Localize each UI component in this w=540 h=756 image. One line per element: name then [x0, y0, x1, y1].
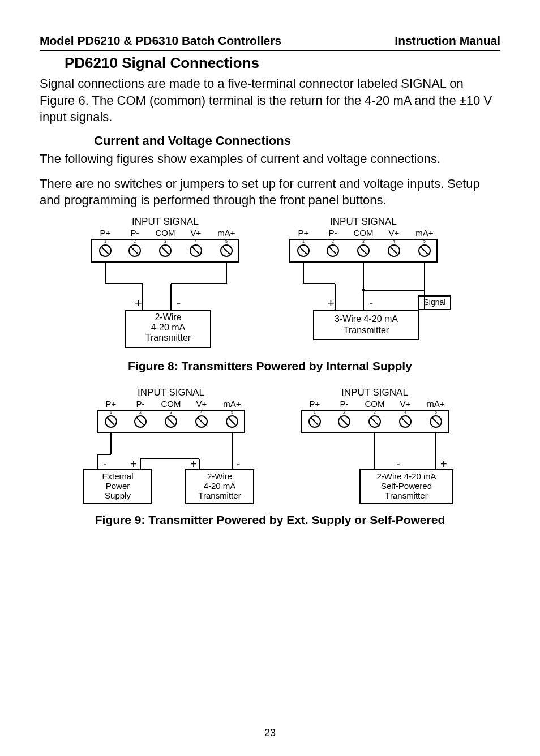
svg-text:3: 3: [374, 410, 376, 414]
fig8-right-diagram: INPUT SIGNAL P+ P- COM V+ mA+ 1 2 3 4 5 …: [278, 217, 460, 353]
svg-line-45: [329, 247, 336, 254]
title: INPUT SIGNAL: [132, 217, 199, 227]
svg-text:P+: P+: [106, 399, 117, 409]
svg-text:+: +: [440, 458, 447, 470]
svg-text:5: 5: [231, 410, 233, 414]
svg-text:COM: COM: [354, 228, 374, 238]
header-doc: Instruction Manual: [395, 34, 500, 48]
svg-text:External: External: [102, 471, 133, 481]
svg-text:P+: P+: [100, 228, 111, 238]
svg-line-79: [108, 418, 114, 425]
svg-line-85: [168, 418, 174, 425]
svg-text:COM: COM: [161, 399, 181, 409]
svg-text:INPUT SIGNAL: INPUT SIGNAL: [138, 388, 204, 398]
svg-text:4: 4: [200, 410, 203, 414]
svg-text:P-: P-: [329, 228, 337, 238]
svg-text:P+: P+: [310, 399, 320, 409]
svg-text:4: 4: [393, 239, 395, 243]
svg-text:Supply: Supply: [105, 491, 131, 500]
figure-8-row: INPUT SIGNAL P+ P- COM V+ mA+ 1 2 3 4 5 …: [40, 217, 500, 353]
svg-text:2-Wire: 2-Wire: [207, 471, 232, 481]
svg-line-11: [131, 247, 138, 254]
svg-text:3: 3: [164, 239, 166, 243]
svg-text:V+: V+: [400, 399, 411, 409]
svg-text:+: +: [130, 458, 137, 470]
svg-line-42: [300, 247, 307, 254]
svg-text:2-Wire: 2-Wire: [155, 312, 181, 322]
svg-line-54: [421, 247, 428, 254]
svg-text:-: -: [396, 458, 400, 470]
svg-text:Transmitter: Transmitter: [385, 491, 427, 500]
svg-text:2: 2: [139, 410, 142, 414]
svg-text:-: -: [237, 458, 241, 470]
svg-text:1: 1: [104, 239, 106, 243]
svg-text:mA+: mA+: [427, 399, 445, 409]
svg-text:P-: P-: [340, 399, 349, 409]
fig8-left-diagram: INPUT SIGNAL P+ P- COM V+ mA+ 1 2 3 4 5 …: [80, 217, 250, 353]
svg-text:4: 4: [195, 239, 197, 243]
svg-text:2: 2: [332, 239, 334, 243]
svg-text:P-: P-: [136, 399, 145, 409]
section-heading: PD6210 Signal Connections: [65, 54, 500, 72]
svg-text:1: 1: [110, 410, 112, 414]
svg-text:4-20 mA: 4-20 mA: [151, 323, 186, 332]
svg-text:mA+: mA+: [223, 399, 241, 409]
svg-line-51: [391, 247, 397, 254]
svg-text:1: 1: [302, 239, 305, 243]
svg-text:Power: Power: [106, 481, 130, 491]
fig9-left-diagram: INPUT SIGNAL P+ P- COM V+ mA+ 1 2 3 4 5 …: [80, 388, 262, 506]
svg-line-126: [371, 418, 378, 425]
figure-8-caption: Figure 8: Transmitters Powered by Intern…: [40, 359, 500, 373]
svg-text:Transmitter: Transmitter: [145, 333, 191, 342]
svg-text:INPUT SIGNAL: INPUT SIGNAL: [330, 217, 397, 227]
svg-text:-: -: [177, 296, 181, 310]
svg-line-123: [341, 418, 348, 425]
svg-line-120: [311, 418, 318, 425]
svg-line-48: [360, 247, 367, 254]
svg-text:2-Wire 4-20 mA: 2-Wire 4-20 mA: [376, 471, 436, 481]
header: Model PD6210 & PD6310 Batch Controllers …: [40, 34, 500, 51]
svg-text:Signal: Signal: [424, 298, 446, 307]
svg-text:V+: V+: [196, 399, 207, 409]
svg-text:+: +: [327, 296, 335, 310]
svg-text:V+: V+: [389, 228, 400, 238]
figure-9-caption: Figure 9: Transmitter Powered by Ext. Su…: [40, 513, 500, 527]
svg-text:Transmitter: Transmitter: [198, 491, 241, 500]
svg-text:5: 5: [423, 239, 426, 243]
svg-text:2: 2: [343, 410, 345, 414]
svg-text:4-20 mA: 4-20 mA: [204, 481, 236, 491]
svg-text:1: 1: [314, 410, 316, 414]
figure-9-row: INPUT SIGNAL P+ P- COM V+ mA+ 1 2 3 4 5 …: [40, 388, 500, 506]
svg-text:2: 2: [134, 239, 136, 243]
svg-text:INPUT SIGNAL: INPUT SIGNAL: [341, 388, 408, 398]
svg-text:P+: P+: [298, 228, 309, 238]
svg-text:mA+: mA+: [217, 228, 235, 238]
svg-line-82: [137, 418, 144, 425]
subsection-heading: Current and Voltage Connections: [94, 134, 500, 148]
svg-line-91: [229, 418, 235, 425]
svg-line-17: [192, 247, 199, 254]
svg-text:+: +: [190, 458, 197, 470]
svg-text:5: 5: [435, 410, 437, 414]
svg-text:3-Wire 4-20 mA: 3-Wire 4-20 mA: [335, 314, 398, 324]
svg-line-132: [432, 418, 439, 425]
svg-text:-: -: [369, 296, 373, 310]
svg-line-8: [102, 247, 109, 254]
svg-text:V+: V+: [191, 228, 202, 238]
svg-text:3: 3: [362, 239, 365, 243]
svg-text:COM: COM: [365, 399, 385, 409]
svg-text:Transmitter: Transmitter: [344, 325, 389, 335]
svg-text:4: 4: [404, 410, 406, 414]
fig9-right-diagram: INPUT SIGNAL P+ P- COM V+ mA+ 1 2 3 4 5 …: [290, 388, 460, 506]
svg-text:COM: COM: [156, 228, 175, 238]
svg-line-129: [402, 418, 409, 425]
svg-text:P-: P-: [131, 228, 139, 238]
svg-text:mA+: mA+: [415, 228, 434, 238]
svg-line-20: [223, 247, 230, 254]
paragraph-2: The following figures show examples of c…: [40, 151, 500, 167]
svg-text:5: 5: [225, 239, 228, 243]
svg-line-88: [198, 418, 205, 425]
terminals: 1 2 3 4 5: [100, 239, 232, 256]
svg-line-14: [162, 247, 169, 254]
svg-text:Self-Powered: Self-Powered: [381, 481, 432, 491]
